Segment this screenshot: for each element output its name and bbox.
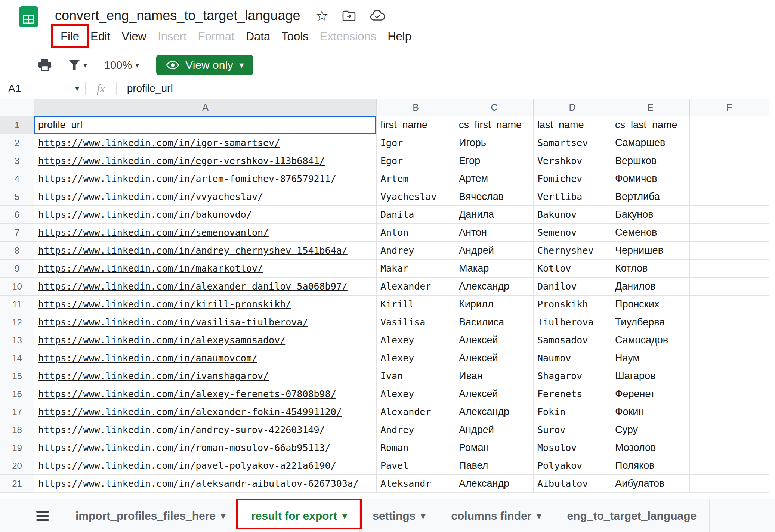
cell-F8[interactable] bbox=[690, 242, 769, 260]
view-only-button[interactable]: View only ▾ bbox=[156, 55, 253, 75]
menu-extensions[interactable]: Extensions bbox=[314, 30, 382, 43]
row-header-19[interactable]: 19 bbox=[0, 439, 34, 457]
cell-A8[interactable]: https://www.linkedin.com/in/andrey-chern… bbox=[34, 242, 377, 260]
sheet-tab-settings[interactable]: settings▾ bbox=[360, 499, 438, 532]
row-header-16[interactable]: 16 bbox=[0, 385, 34, 403]
cell-A20[interactable]: https://www.linkedin.com/in/pavel-polyak… bbox=[34, 457, 377, 475]
cell-E5[interactable]: Вертлиба bbox=[611, 188, 690, 206]
cell-C8[interactable]: Андрей bbox=[455, 242, 534, 260]
cell-B17[interactable]: Alexander bbox=[377, 403, 455, 421]
cell-F9[interactable] bbox=[690, 260, 769, 278]
menu-help[interactable]: Help bbox=[382, 30, 417, 43]
cell-D6[interactable]: Bakunov bbox=[534, 206, 611, 224]
cell-C9[interactable]: Макар bbox=[455, 260, 534, 278]
cell-B11[interactable]: Kirill bbox=[377, 296, 455, 313]
cell-D7[interactable]: Semenov bbox=[534, 224, 611, 242]
cell-D10[interactable]: Danilov bbox=[534, 278, 611, 296]
cell-B4[interactable]: Artem bbox=[377, 170, 455, 188]
cell-E12[interactable]: Тиулберва bbox=[611, 313, 690, 331]
cell-B10[interactable]: Alexander bbox=[377, 278, 455, 296]
cell-F3[interactable] bbox=[690, 152, 769, 170]
cell-A6[interactable]: https://www.linkedin.com/in/bakunovdo/ bbox=[34, 206, 377, 224]
cell-B12[interactable]: Vasilisa bbox=[377, 313, 455, 331]
cell-D2[interactable]: Samartsev bbox=[534, 134, 611, 152]
cell-E11[interactable]: Пронских bbox=[611, 296, 690, 313]
cell-D5[interactable]: Vertliba bbox=[534, 188, 611, 206]
cell-B15[interactable]: Ivan bbox=[377, 367, 455, 385]
column-header-E[interactable]: E bbox=[611, 99, 690, 116]
cell-A10[interactable]: https://www.linkedin.com/in/alexander-da… bbox=[34, 278, 377, 296]
menu-file[interactable]: File bbox=[55, 30, 85, 43]
cell-F14[interactable] bbox=[690, 349, 769, 367]
cell-D1[interactable]: last_name bbox=[534, 116, 611, 134]
print-button[interactable] bbox=[38, 59, 52, 71]
column-header-B[interactable]: B bbox=[377, 99, 455, 116]
cell-E16[interactable]: Ференет bbox=[611, 385, 690, 403]
cell-B8[interactable]: Andrey bbox=[377, 242, 455, 260]
column-header-A[interactable]: A bbox=[34, 99, 377, 116]
cell-E17[interactable]: Фокин bbox=[611, 403, 690, 421]
cell-A17[interactable]: https://www.linkedin.com/in/alexander-fo… bbox=[34, 403, 377, 421]
menu-data[interactable]: Data bbox=[240, 30, 276, 43]
cell-E2[interactable]: Самаршев bbox=[611, 134, 690, 152]
cell-D17[interactable]: Fokin bbox=[534, 403, 611, 421]
filter-button[interactable]: ▾ bbox=[69, 60, 87, 70]
cell-E3[interactable]: Вершков bbox=[611, 152, 690, 170]
cell-D18[interactable]: Surov bbox=[534, 421, 611, 439]
cell-F7[interactable] bbox=[690, 224, 769, 242]
cell-E6[interactable]: Бакунов bbox=[611, 206, 690, 224]
row-header-7[interactable]: 7 bbox=[0, 224, 34, 242]
cell-C6[interactable]: Данила bbox=[455, 206, 534, 224]
menu-insert[interactable]: Insert bbox=[152, 30, 192, 43]
star-icon[interactable]: ☆ bbox=[315, 8, 329, 23]
cell-F20[interactable] bbox=[690, 457, 769, 475]
cell-E19[interactable]: Мозолов bbox=[611, 439, 690, 457]
cell-A19[interactable]: https://www.linkedin.com/in/roman-mosolo… bbox=[34, 439, 377, 457]
cell-A1[interactable]: profile_url bbox=[34, 116, 377, 134]
row-header-17[interactable]: 17 bbox=[0, 403, 34, 421]
row-header-14[interactable]: 14 bbox=[0, 349, 34, 367]
column-header-C[interactable]: C bbox=[455, 99, 534, 116]
row-header-10[interactable]: 10 bbox=[0, 278, 34, 296]
cell-D14[interactable]: Naumov bbox=[534, 349, 611, 367]
cell-B6[interactable]: Danila bbox=[377, 206, 455, 224]
row-header-15[interactable]: 15 bbox=[0, 367, 34, 385]
cell-B19[interactable]: Roman bbox=[377, 439, 455, 457]
row-header-20[interactable]: 20 bbox=[0, 457, 34, 475]
cell-D12[interactable]: Tiulberova bbox=[534, 313, 611, 331]
cell-C17[interactable]: Александр bbox=[455, 403, 534, 421]
row-header-21[interactable]: 21 bbox=[0, 475, 34, 493]
cell-E21[interactable]: Аибулатов bbox=[611, 475, 690, 493]
cell-F11[interactable] bbox=[690, 296, 769, 313]
cell-D21[interactable]: Aibulatov bbox=[534, 475, 611, 493]
cell-F17[interactable] bbox=[690, 403, 769, 421]
row-header-3[interactable]: 3 bbox=[0, 152, 34, 170]
row-header-12[interactable]: 12 bbox=[0, 313, 34, 331]
all-sheets-button[interactable] bbox=[29, 499, 56, 532]
cell-F1[interactable] bbox=[690, 116, 769, 134]
cell-D20[interactable]: Polyakov bbox=[534, 457, 611, 475]
cell-C21[interactable]: Александр bbox=[455, 475, 534, 493]
cell-C19[interactable]: Роман bbox=[455, 439, 534, 457]
cell-C11[interactable]: Кирилл bbox=[455, 296, 534, 313]
cell-C2[interactable]: Игорь bbox=[455, 134, 534, 152]
document-status-cloud-icon[interactable] bbox=[370, 10, 385, 21]
cell-F16[interactable] bbox=[690, 385, 769, 403]
cell-C20[interactable]: Павел bbox=[455, 457, 534, 475]
cell-C15[interactable]: Иван bbox=[455, 367, 534, 385]
row-header-6[interactable]: 6 bbox=[0, 206, 34, 224]
cell-C18[interactable]: Андрей bbox=[455, 421, 534, 439]
cell-A9[interactable]: https://www.linkedin.com/in/makarkotlov/ bbox=[34, 260, 377, 278]
column-header-D[interactable]: D bbox=[534, 99, 611, 116]
menu-view[interactable]: View bbox=[116, 30, 152, 43]
cell-C14[interactable]: Алексей bbox=[455, 349, 534, 367]
cell-A5[interactable]: https://www.linkedin.com/in/vvyacheslav/ bbox=[34, 188, 377, 206]
cell-B16[interactable]: Alexey bbox=[377, 385, 455, 403]
cell-D9[interactable]: Kotlov bbox=[534, 260, 611, 278]
row-header-4[interactable]: 4 bbox=[0, 170, 34, 188]
cell-B2[interactable]: Igor bbox=[377, 134, 455, 152]
cell-A4[interactable]: https://www.linkedin.com/in/artem-fomich… bbox=[34, 170, 377, 188]
cell-B1[interactable]: first_name bbox=[377, 116, 455, 134]
document-title[interactable]: convert_eng_names_to_target_language bbox=[55, 8, 300, 24]
cell-F13[interactable] bbox=[690, 331, 769, 349]
